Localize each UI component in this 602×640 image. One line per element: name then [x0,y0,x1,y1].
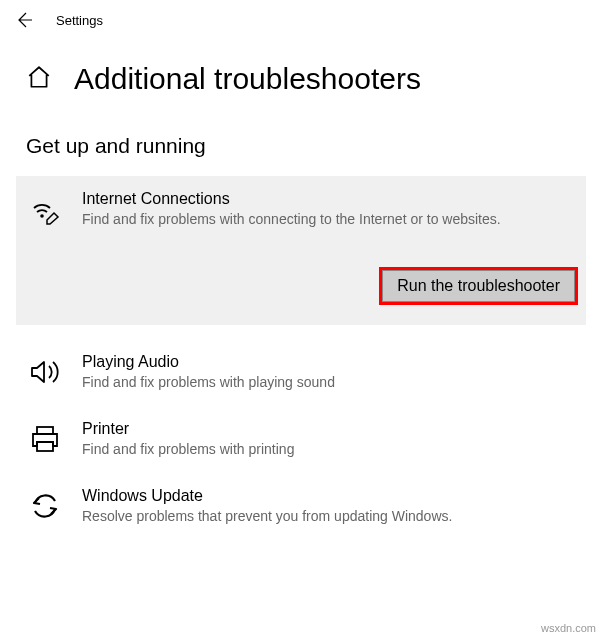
speaker-icon [28,355,62,389]
home-icon[interactable] [26,64,52,94]
app-title: Settings [56,13,103,28]
item-title: Windows Update [82,487,452,505]
item-description: Find and fix problems with printing [82,440,294,459]
item-description: Resolve problems that prevent you from u… [82,507,452,526]
arrow-left-icon [14,10,34,30]
wifi-icon [28,192,62,226]
sync-icon [28,489,62,523]
item-description: Find and fix problems with playing sound [82,373,335,392]
titlebar: Settings [0,0,602,40]
svg-rect-2 [37,442,53,451]
watermark: wsxdn.com [541,622,596,634]
page-title: Additional troubleshooters [74,62,421,96]
item-title: Playing Audio [82,353,335,371]
printer-icon [28,422,62,456]
back-button[interactable] [12,8,36,32]
item-description: Find and fix problems with connecting to… [82,210,501,229]
run-troubleshooter-button[interactable]: Run the troubleshooter [379,267,578,305]
item-title: Printer [82,420,294,438]
troubleshooter-playing-audio[interactable]: Playing Audio Find and fix problems with… [0,339,602,406]
svg-point-0 [40,214,44,218]
troubleshooter-internet-connections[interactable]: Internet Connections Find and fix proble… [16,176,586,325]
item-title: Internet Connections [82,190,501,208]
troubleshooter-windows-update[interactable]: Windows Update Resolve problems that pre… [0,473,602,540]
section-title: Get up and running [0,106,602,176]
svg-rect-1 [37,427,53,434]
troubleshooter-printer[interactable]: Printer Find and fix problems with print… [0,406,602,473]
run-troubleshooter-label: Run the troubleshooter [382,270,575,302]
troubleshooter-list: Internet Connections Find and fix proble… [0,176,602,540]
page-header: Additional troubleshooters [0,40,602,106]
